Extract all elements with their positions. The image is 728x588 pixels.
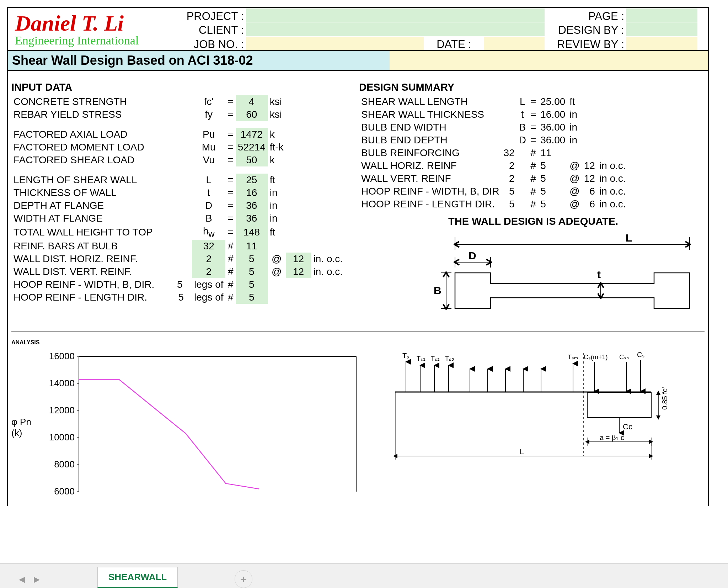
label-client: CLIENT : xyxy=(175,22,246,36)
label-hw: TOTAL WALL HEIGHT TO TOP xyxy=(11,225,192,240)
label-vert: WALL DIST. VERT. REINF. xyxy=(11,265,192,278)
lbl-Cc: Cc xyxy=(623,422,632,431)
val-horiz-n[interactable]: 2 xyxy=(192,253,226,265)
svg-text:8000: 8000 xyxy=(54,459,75,470)
val-vu[interactable]: 50 xyxy=(236,154,268,166)
analysis-section: ANALYSIS φ Pn (k) 6000800010000120001400… xyxy=(8,339,708,506)
label-D: DEPTH AT FLANGE xyxy=(11,199,192,212)
divider xyxy=(11,332,705,332)
val-rebar[interactable]: 60 xyxy=(236,108,268,121)
cross-section-diagram: L D t B xyxy=(430,230,707,323)
val-vert-sp[interactable]: 12 xyxy=(286,265,311,278)
val-concrete[interactable]: 4 xyxy=(236,95,268,108)
slabel-B: BULB END WIDTH xyxy=(359,121,501,134)
sval-B: 36.00 xyxy=(538,121,567,134)
label-hoopB: HOOP REINF - WIDTH, B, DIR. xyxy=(14,279,154,290)
label-date: DATE : xyxy=(424,37,484,50)
val-D[interactable]: 36 xyxy=(236,199,268,212)
svg-text:14000: 14000 xyxy=(49,378,75,388)
val-bulb-n[interactable]: 32 xyxy=(192,240,226,253)
dim-L-label: L xyxy=(626,232,632,244)
header-block: Daniel T. Li Engineering International P… xyxy=(8,8,708,51)
title-bar: Shear Wall Design Based on ACI 318-02 xyxy=(8,51,708,71)
label-concrete: CONCRETE STRENGTH xyxy=(11,95,192,108)
label-designby: DESIGN BY : xyxy=(545,22,626,36)
design-summary-panel: DESIGN SUMMARY SHEAR WALL LENGTH L = 25.… xyxy=(359,81,707,325)
sval-D: 36.00 xyxy=(538,134,567,147)
lbl-Tsm: Tₛₘ xyxy=(568,354,578,361)
dim-D-label: D xyxy=(469,250,476,261)
add-sheet-icon[interactable]: ＋ xyxy=(235,570,252,588)
val-mu[interactable]: 52214 xyxy=(236,141,268,154)
dim-B-label: B xyxy=(434,285,441,296)
svg-text:16000: 16000 xyxy=(49,351,75,361)
input-jobno[interactable] xyxy=(246,37,424,50)
tab-shearwall[interactable]: SHEARWALL xyxy=(97,567,178,588)
nav-next-icon[interactable]: ▶ xyxy=(29,571,44,588)
lbl-Ts1: Tₛ₁ xyxy=(417,355,425,362)
val-hoopB-n[interactable]: 5 xyxy=(171,279,189,290)
analysis-heading: ANALYSIS xyxy=(11,339,705,346)
lbl-Ts: Tₛ xyxy=(402,352,409,360)
slabel-hb: HOOP REINF - WIDTH, B, DIR xyxy=(359,185,501,198)
input-heading: INPUT DATA xyxy=(11,81,345,93)
sym-fcprime: fc' xyxy=(192,95,226,108)
input-designby[interactable] xyxy=(626,22,697,36)
val-vert-size[interactable]: 5 xyxy=(236,265,268,278)
slabel-wh: WALL HORIZ. REINF xyxy=(359,159,501,172)
input-reviewby[interactable] xyxy=(626,37,697,50)
label-reviewby: REVIEW BY : xyxy=(545,37,626,50)
label-project: PROJECT : xyxy=(175,9,246,22)
input-date[interactable] xyxy=(484,37,545,50)
logo-subtitle: Engineering International xyxy=(15,34,175,47)
val-hw[interactable]: 148 xyxy=(236,225,268,240)
sval-t: 16.00 xyxy=(538,108,567,121)
lbl-Ts3: Tₛ₃ xyxy=(445,355,454,362)
slabel-bulb: BULB REINFORCING xyxy=(359,147,501,159)
val-bulb-size[interactable]: 11 xyxy=(236,240,268,253)
svg-rect-40 xyxy=(587,393,651,418)
sheet-title: Shear Wall Design Based on ACI 318-02 xyxy=(8,51,390,71)
svg-text:10000: 10000 xyxy=(49,432,75,443)
label-mu: FACTORED MOMENT LOAD xyxy=(11,141,192,154)
input-page[interactable] xyxy=(626,9,697,22)
lbl-Csm1: Cₛ(m+1) xyxy=(584,354,608,361)
val-t[interactable]: 16 xyxy=(236,186,268,199)
val-B[interactable]: 36 xyxy=(236,212,268,225)
lbl-Csn: Cₛₙ xyxy=(619,354,629,361)
summary-heading: DESIGN SUMMARY xyxy=(359,81,707,93)
lbl-085fc: 0.85 fc' xyxy=(661,387,669,410)
input-project[interactable] xyxy=(246,9,545,22)
slabel-hl: HOOP REINF - LENGTH DIR. xyxy=(359,198,501,211)
input-data-panel: INPUT DATA CONCRETE STRENGTH fc' = 4 ksi… xyxy=(11,81,345,325)
val-hoopL-size[interactable]: 5 xyxy=(236,291,268,304)
dim-t-label: t xyxy=(597,269,601,280)
svg-text:6000: 6000 xyxy=(54,486,75,497)
label-t: THICKNESS OF WALL xyxy=(11,186,192,199)
title-spacer xyxy=(390,51,708,71)
lbl-L2: L xyxy=(520,447,524,456)
summary-table: SHEAR WALL LENGTH L = 25.00 ft SHEAR WAL… xyxy=(359,95,628,211)
input-client[interactable] xyxy=(246,22,545,36)
slabel-D: BULB END DEPTH xyxy=(359,134,501,147)
nav-prev-icon[interactable]: ◀ xyxy=(14,571,29,588)
y-axis-label: φ Pn (k) xyxy=(11,417,43,439)
slabel-t: SHEAR WALL THICKNESS xyxy=(359,108,501,121)
logo-name: Daniel T. Li xyxy=(15,11,175,36)
sym-hw: hw xyxy=(192,225,226,240)
val-horiz-size[interactable]: 5 xyxy=(236,253,268,265)
val-hoopB-size[interactable]: 5 xyxy=(236,278,268,291)
lbl-Cs: Cₛ xyxy=(637,351,644,359)
val-horiz-sp[interactable]: 12 xyxy=(286,253,311,265)
val-vert-n[interactable]: 2 xyxy=(192,265,226,278)
val-pu[interactable]: 1472 xyxy=(236,128,268,141)
sheet-tab-bar: ◀ ▶ SHEARWALL ＋ xyxy=(0,563,728,588)
lbl-Ts2: Tₛ₂ xyxy=(431,355,440,362)
label-page: PAGE : xyxy=(545,9,626,22)
val-L[interactable]: 25 xyxy=(236,174,268,186)
force-diagram: Tₛ Tₛ₁ Tₛ₂ Tₛ₃ Tₛₘ Cₛ(m+1) Cₛₙ Cₛ 0.85 f… xyxy=(385,349,676,506)
val-hoopL-n[interactable]: 5 xyxy=(172,292,190,303)
adequacy-text: THE WALL DESIGN IS ADEQUATE. xyxy=(359,216,707,227)
interaction-chart: 6000800010000120001400016000 xyxy=(43,349,363,499)
logo: Daniel T. Li Engineering International xyxy=(8,8,175,50)
